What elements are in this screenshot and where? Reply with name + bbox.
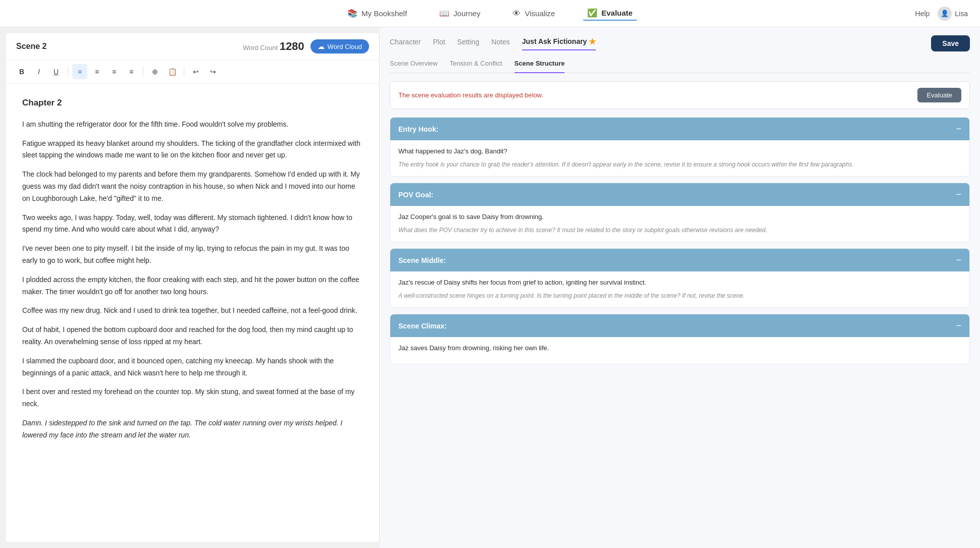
align-right-button[interactable]: ≡ xyxy=(107,64,122,79)
chapter-heading: Chapter 2 xyxy=(22,96,363,111)
evaluate-bar: The scene evaluation results are display… xyxy=(390,81,970,109)
section-body-scene-climax: Jaz saves Daisy from drowning, risking h… xyxy=(390,337,969,364)
italic-button[interactable]: I xyxy=(31,64,46,79)
para-4: Two weeks ago, I was happy. Today, well,… xyxy=(22,212,363,236)
section-scene-middle: Scene Middle: − Jaz's rescue of Daisy sh… xyxy=(390,248,970,308)
scene-middle-main: Jaz's rescue of Daisy shifts her focus f… xyxy=(398,279,961,286)
help-link[interactable]: Help xyxy=(915,10,930,18)
section-body-scene-middle: Jaz's rescue of Daisy shifts her focus f… xyxy=(390,271,969,307)
collapse-middle-icon: − xyxy=(956,255,961,265)
entry-hook-main: What happened to Jaz's dog, Bandit? xyxy=(398,147,961,155)
tab-setting[interactable]: Setting xyxy=(457,38,480,49)
tab-bar-top-left: Character Plot Setting Notes Just Ask Fi… xyxy=(390,37,596,50)
word-cloud-button[interactable]: ☁ Word Cloud xyxy=(311,39,369,53)
tab-bar-top: Character Plot Setting Notes Just Ask Fi… xyxy=(390,35,970,51)
para-10: I bent over and rested my forehead on th… xyxy=(22,386,363,410)
align-justify-button[interactable]: ≡ xyxy=(124,64,139,79)
tab-notes[interactable]: Notes xyxy=(491,38,510,49)
sub-tab-bar: Scene Overview Tension & Conflict Scene … xyxy=(390,60,970,73)
user-name: Lisa xyxy=(955,10,968,18)
align-center-button[interactable]: ≡ xyxy=(89,64,105,79)
para-9: I slammed the cupboard door, and it boun… xyxy=(22,355,363,379)
word-count-number: 1280 xyxy=(280,40,304,52)
redo-button[interactable]: ↪ xyxy=(205,64,221,79)
bookshelf-icon: 📚 xyxy=(347,9,357,18)
para-5: I've never been one to pity myself. I bi… xyxy=(22,243,363,267)
toolbar-sep-1 xyxy=(68,67,68,77)
scene-climax-main: Jaz saves Daisy from drowning, risking h… xyxy=(398,344,961,352)
editor-header: Scene 2 Word Count 1280 ☁ Word Cloud xyxy=(6,33,379,60)
section-header-pov-goal[interactable]: POV Goal: − xyxy=(390,183,969,206)
main-layout: Scene 2 Word Count 1280 ☁ Word Cloud B I… xyxy=(0,27,980,548)
section-body-entry-hook: What happened to Jaz's dog, Bandit? The … xyxy=(390,140,969,176)
collapse-pov-icon: − xyxy=(956,189,961,200)
nav-item-bookshelf[interactable]: 📚 My Bookshelf xyxy=(343,6,411,21)
sub-tab-tension[interactable]: Tension & Conflict xyxy=(450,60,502,73)
evaluate-button[interactable]: Evaluate xyxy=(917,88,961,102)
underline-button[interactable]: U xyxy=(48,64,64,79)
right-panel: Character Plot Setting Notes Just Ask Fi… xyxy=(380,27,980,548)
paste-button[interactable]: 📋 xyxy=(165,64,180,79)
evaluate-icon: ✅ xyxy=(587,8,597,18)
nav-item-journey[interactable]: 📖 Journey xyxy=(435,6,484,21)
nav-visualize-label: Visualize xyxy=(525,9,555,18)
para-3: The clock had belonged to my parents and… xyxy=(22,169,363,204)
scene-middle-hint: A well-constructed scene hinges on a tur… xyxy=(398,291,961,300)
section-body-pov-goal: Jaz Cooper's goal is to save Daisy from … xyxy=(390,206,969,242)
nav-journey-label: Journey xyxy=(453,9,480,18)
toolbar-sep-3 xyxy=(184,67,184,77)
pov-goal-main: Jaz Cooper's goal is to save Daisy from … xyxy=(398,213,961,221)
visualize-icon: 👁 xyxy=(512,9,521,18)
tab-just-ask[interactable]: Just Ask Fictionary ★ xyxy=(522,37,596,50)
save-button[interactable]: Save xyxy=(931,35,970,51)
star-icon: ★ xyxy=(589,37,596,46)
sub-tab-structure[interactable]: Scene Structure xyxy=(514,60,565,73)
scene-title: Scene 2 xyxy=(16,42,46,51)
collapse-climax-icon: − xyxy=(956,320,961,331)
topnav-right: Help 👤 Lisa xyxy=(915,7,968,21)
tab-plot[interactable]: Plot xyxy=(433,38,445,49)
para-11: Damn. I sidestepped to the sink and turn… xyxy=(22,417,363,442)
collapse-entry-hook-icon: − xyxy=(956,124,961,134)
word-count-label: Word Count 1280 xyxy=(243,40,304,53)
entry-hook-hint: The entry hook is your chance to grab th… xyxy=(398,160,961,169)
section-header-scene-middle[interactable]: Scene Middle: − xyxy=(390,249,969,271)
evaluate-text: The scene evaluation results are display… xyxy=(398,91,543,99)
para-1: I am shutting the refrigerator door for … xyxy=(22,119,363,131)
undo-button[interactable]: ↩ xyxy=(188,64,203,79)
para-7: Coffee was my new drug. Nick and I used … xyxy=(22,305,363,317)
tab-character[interactable]: Character xyxy=(390,38,421,49)
bold-button[interactable]: B xyxy=(14,64,29,79)
section-header-entry-hook[interactable]: Entry Hook: − xyxy=(390,118,969,140)
pov-goal-hint: What does the POV character try to achie… xyxy=(398,226,961,235)
nav-items: 📚 My Bookshelf 📖 Journey 👁 Visualize ✅ E… xyxy=(343,6,637,21)
nav-evaluate-label: Evaluate xyxy=(601,9,633,17)
user-badge[interactable]: 👤 Lisa xyxy=(938,7,968,21)
cloud-icon: ☁ xyxy=(318,42,325,50)
editor-header-right: Word Count 1280 ☁ Word Cloud xyxy=(243,39,369,53)
section-scene-climax: Scene Climax: − Jaz saves Daisy from dro… xyxy=(390,314,970,364)
nav-item-visualize[interactable]: 👁 Visualize xyxy=(508,6,559,21)
editor-content[interactable]: Chapter 2 I am shutting the refrigerator… xyxy=(6,84,379,542)
topnav: 📚 My Bookshelf 📖 Journey 👁 Visualize ✅ E… xyxy=(0,0,980,27)
para-8: Out of habit, I opened the bottom cupboa… xyxy=(22,324,363,348)
toolbar: B I U ≡ ≡ ≡ ≡ ⊕ 📋 ↩ ↪ xyxy=(6,60,379,84)
section-entry-hook: Entry Hook: − What happened to Jaz's dog… xyxy=(390,117,970,177)
insert-button[interactable]: ⊕ xyxy=(147,64,163,79)
sections-container: Entry Hook: − What happened to Jaz's dog… xyxy=(390,117,970,540)
para-2: Fatigue wrapped its heavy blanket around… xyxy=(22,138,363,162)
toolbar-sep-2 xyxy=(143,67,143,77)
section-pov-goal: POV Goal: − Jaz Cooper's goal is to save… xyxy=(390,183,970,242)
nav-bookshelf-label: My Bookshelf xyxy=(362,9,407,18)
nav-item-evaluate[interactable]: ✅ Evaluate xyxy=(583,6,637,21)
para-6: I plodded across the empty kitchen, the … xyxy=(22,274,363,298)
user-icon: 👤 xyxy=(938,7,952,21)
journey-icon: 📖 xyxy=(439,9,449,18)
align-left-button[interactable]: ≡ xyxy=(72,64,87,79)
section-header-scene-climax[interactable]: Scene Climax: − xyxy=(390,314,969,337)
sub-tab-overview[interactable]: Scene Overview xyxy=(390,60,438,73)
editor-panel: Scene 2 Word Count 1280 ☁ Word Cloud B I… xyxy=(6,33,380,542)
